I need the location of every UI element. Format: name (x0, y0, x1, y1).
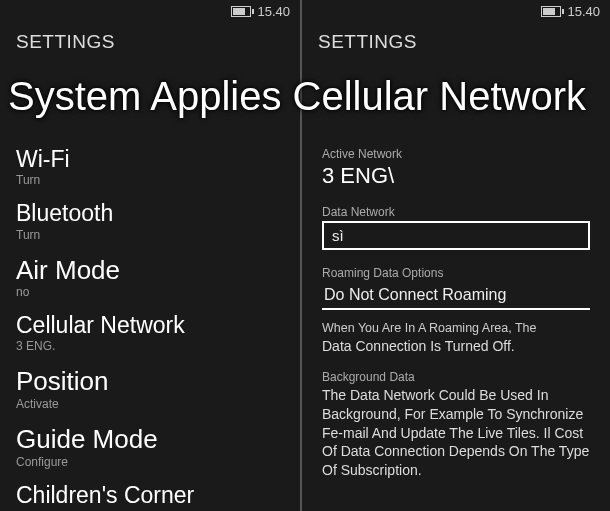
data-network-value: sì (332, 227, 344, 244)
setting-sub: no (16, 285, 284, 299)
data-network-select[interactable]: sì (322, 221, 590, 250)
left-panel: 15.40 SETTINGS Wi-Fi Turn Bluetooth Turn… (0, 0, 302, 511)
background-data-label: Background Data (322, 370, 590, 384)
roaming-value: Do Not Connect Roaming (324, 286, 506, 303)
setting-title: Children's Corner (16, 483, 284, 508)
setting-title: Position (16, 367, 284, 396)
setting-bluetooth[interactable]: Bluetooth Turn (16, 201, 284, 241)
roaming-options-label: Roaming Data Options (322, 266, 590, 280)
setting-cellular-network[interactable]: Cellular Network 3 ENG. (16, 313, 284, 353)
setting-title: Air Mode (16, 256, 284, 285)
setting-sub: Configure (16, 455, 284, 469)
battery-icon (541, 6, 561, 17)
setting-sub: Turn (16, 228, 284, 242)
setting-title: Guide Mode (16, 425, 284, 454)
status-bar-right: 15.40 (302, 0, 610, 21)
status-time: 15.40 (567, 4, 600, 19)
active-network-value: 3 ENG\ (322, 163, 590, 189)
right-panel: 15.40 SETTINGS Active Network 3 ENG\ Dat… (302, 0, 610, 511)
setting-sub: 3 ENG. (16, 339, 284, 353)
settings-header-right: SETTINGS (302, 21, 610, 53)
setting-title: Cellular Network (16, 313, 284, 338)
setting-air-mode[interactable]: Air Mode no (16, 256, 284, 300)
setting-childrens-corner[interactable]: Children's Corner Disable (16, 483, 284, 511)
active-network-label: Active Network (322, 147, 590, 161)
status-time: 15.40 (257, 4, 290, 19)
setting-wifi[interactable]: Wi-Fi Turn (16, 147, 284, 187)
setting-sub: Activate (16, 397, 284, 411)
roaming-options-select[interactable]: Do Not Connect Roaming (322, 282, 590, 310)
setting-guide-mode[interactable]: Guide Mode Configure (16, 425, 284, 469)
battery-icon (231, 6, 251, 17)
setting-title: Wi-Fi (16, 147, 284, 172)
roaming-explanation: When You Are In A Roaming Area, The Data… (322, 320, 590, 356)
settings-header-left: SETTINGS (0, 21, 300, 53)
background-data-explanation: The Data Network Could Be Used In Backgr… (322, 386, 590, 480)
status-bar-left: 15.40 (0, 0, 300, 21)
setting-position[interactable]: Position Activate (16, 367, 284, 411)
data-network-label: Data Network (322, 205, 590, 219)
setting-title: Bluetooth (16, 201, 284, 226)
setting-sub: Turn (16, 173, 284, 187)
